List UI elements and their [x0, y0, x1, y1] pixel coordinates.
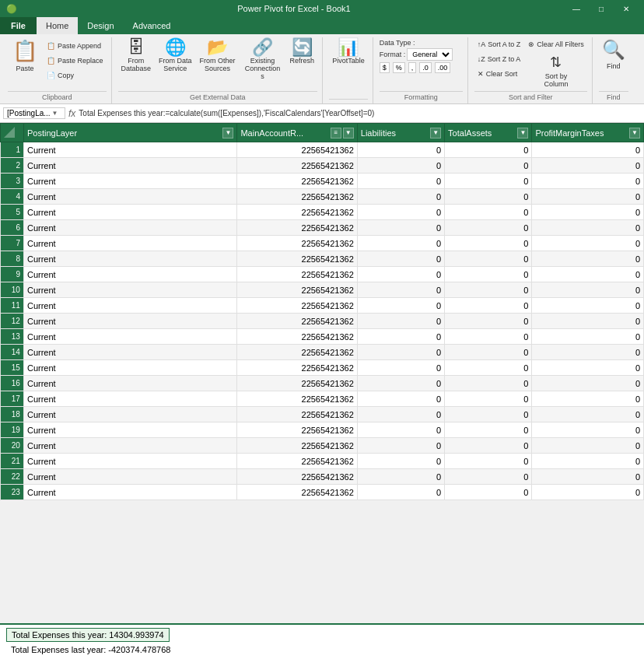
cell-profit-margin: 0 — [532, 360, 644, 376]
percent-button[interactable]: % — [393, 62, 405, 73]
sort-filter-group-label: Sort and Filter — [474, 91, 587, 102]
col-filter-main-account[interactable]: ▼ — [343, 128, 354, 138]
cell-total-assets: 0 — [445, 376, 532, 391]
format-buttons-row: $ % , .0 .00 — [380, 62, 451, 73]
col-filter-liabilities[interactable]: ▼ — [430, 128, 441, 138]
cell-total-assets: 0 — [445, 158, 532, 174]
table-row[interactable]: 19Current22565421362000 — [1, 422, 644, 438]
currency-button[interactable]: $ — [380, 62, 390, 73]
menu-tab-design[interactable]: Design — [78, 17, 123, 34]
cell-main-account: 22565421362 — [237, 438, 357, 454]
cell-total-assets: 0 — [445, 407, 532, 422]
paste-label: Paste — [16, 65, 33, 72]
menu-file[interactable]: File — [0, 17, 37, 34]
col-filter-posting-layer[interactable]: ▼ — [222, 128, 233, 138]
sort-by-column-label: Sort byColumn — [544, 72, 568, 88]
sort-by-column-button[interactable]: ⇅ Sort byColumn — [542, 52, 569, 89]
clear-sort-button[interactable]: ✕ Clear Sort — [474, 67, 524, 81]
menu-tab-advanced[interactable]: Advanced — [124, 17, 180, 34]
decimal-increase-button[interactable]: .0 — [419, 62, 432, 73]
table-row[interactable]: 11Current22565421362000 — [1, 298, 644, 314]
cell-profit-margin: 0 — [532, 345, 644, 360]
table-row[interactable]: 2Current22565421362000 — [1, 158, 644, 174]
table-row[interactable]: 20Current22565421362000 — [1, 438, 644, 454]
table-row[interactable]: 12Current22565421362000 — [1, 314, 644, 329]
col-header-total-assets[interactable]: TotalAssets ▼ — [445, 124, 532, 142]
name-box[interactable]: [PostingLa... ▼ — [3, 107, 65, 119]
close-button[interactable]: ✕ — [614, 0, 638, 17]
table-row[interactable]: 14Current22565421362000 — [1, 345, 644, 360]
table-row[interactable]: 10Current22565421362000 — [1, 282, 644, 298]
table-row[interactable]: 18Current22565421362000 — [1, 407, 644, 422]
col-filter-profit-margin[interactable]: ▼ — [629, 128, 640, 138]
cell-main-account: 22565421362 — [237, 251, 357, 267]
decimal-decrease-button[interactable]: .00 — [435, 62, 451, 73]
pivot-table-button[interactable]: 📊 PivotTable — [329, 37, 368, 84]
table-row[interactable]: 23Current22565421362000 — [1, 485, 644, 500]
col-header-posting-layer[interactable]: PostingLayer ▼ — [23, 124, 237, 142]
col-header-profit-margin[interactable]: ProfitMarginTaxes ▼ — [532, 124, 644, 142]
thousands-button[interactable]: , — [408, 62, 417, 73]
clear-all-filters-button[interactable]: ⊗ Clear All Filters — [525, 37, 587, 51]
table-row[interactable]: 16Current22565421362000 — [1, 376, 644, 391]
table-row[interactable]: 4Current22565421362000 — [1, 189, 644, 205]
row-number: 20 — [1, 438, 24, 454]
cell-liabilities: 0 — [357, 438, 444, 454]
cell-posting-layer: Current — [23, 236, 237, 251]
table-row[interactable]: 17Current22565421362000 — [1, 391, 644, 407]
paste-replace-button[interactable]: 📋 Paste Replace — [44, 54, 107, 68]
cell-liabilities: 0 — [357, 236, 444, 251]
paste-button[interactable]: 📋 Paste — [8, 37, 42, 84]
table-row[interactable]: 3Current22565421362000 — [1, 174, 644, 189]
window-title: Power Pivot for Excel - Book1 — [23, 4, 565, 13]
table-row[interactable]: 1Current22565421362000 — [1, 142, 644, 158]
col-sort-main-account[interactable]: ≡ — [331, 128, 341, 138]
sort-z-a-button[interactable]: ↓Z Sort Z to A — [474, 52, 524, 66]
format-select[interactable]: General — [407, 48, 453, 61]
paste-append-button[interactable]: 📋 Paste Append — [44, 39, 107, 53]
col-filter-total-assets[interactable]: ▼ — [517, 128, 528, 138]
from-data-service-button[interactable]: 🌐 From DataService — [156, 37, 195, 84]
cell-posting-layer: Current — [23, 282, 237, 298]
table-row[interactable]: 9Current22565421362000 — [1, 267, 644, 282]
cell-main-account: 22565421362 — [237, 376, 357, 391]
col-header-liabilities[interactable]: Liabilities ▼ — [357, 124, 444, 142]
cell-posting-layer: Current — [23, 298, 237, 314]
cell-profit-margin: 0 — [532, 329, 644, 345]
copy-button[interactable]: 📄 Copy — [44, 68, 107, 82]
menu-tab-home[interactable]: Home — [37, 17, 78, 34]
col-header-main-account[interactable]: MainAccountR... ≡ ▼ — [237, 124, 357, 142]
cell-main-account: 22565421362 — [237, 142, 357, 158]
sort-a-z-button[interactable]: ↑A Sort A to Z — [474, 37, 524, 51]
table-row[interactable]: 13Current22565421362000 — [1, 329, 644, 345]
from-database-button[interactable]: 🗄 FromDatabase — [118, 37, 155, 84]
minimize-button[interactable]: — — [565, 0, 588, 17]
table-row[interactable]: 6Current22565421362000 — [1, 220, 644, 236]
cell-posting-layer: Current — [23, 391, 237, 407]
maximize-button[interactable]: □ — [590, 0, 613, 17]
cell-total-assets: 0 — [445, 189, 532, 205]
formula-input[interactable] — [79, 109, 641, 117]
cell-main-account: 22565421362 — [237, 298, 357, 314]
cell-total-assets: 0 — [445, 251, 532, 267]
table-row[interactable]: 5Current22565421362000 — [1, 205, 644, 220]
table-row[interactable]: 22Current22565421362000 — [1, 469, 644, 485]
pivottable-group-label — [329, 99, 368, 102]
refresh-button[interactable]: 🔄 Refresh — [287, 37, 318, 84]
from-other-sources-button[interactable]: 📂 From OtherSources — [197, 37, 239, 84]
cell-posting-layer: Current — [23, 205, 237, 220]
table-row[interactable]: 8Current22565421362000 — [1, 251, 644, 267]
pivot-table-label: PivotTable — [332, 58, 365, 65]
ribbon-group-external-data: 🗄 FromDatabase 🌐 From DataService 📂 From… — [114, 37, 324, 103]
table-row[interactable]: 7Current22565421362000 — [1, 236, 644, 251]
find-button[interactable]: 🔍 Find — [599, 37, 628, 84]
table-row[interactable]: 21Current22565421362000 — [1, 454, 644, 469]
cell-main-account: 22565421362 — [237, 205, 357, 220]
cell-liabilities: 0 — [357, 174, 444, 189]
cell-liabilities: 0 — [357, 391, 444, 407]
data-grid-container[interactable]: PostingLayer ▼ MainAccountR... ≡ ▼ — [0, 123, 644, 623]
existing-connections-button[interactable]: 🔗 ExistingConnections — [240, 37, 285, 84]
table-row[interactable]: 15Current22565421362000 — [1, 360, 644, 376]
window-controls[interactable]: — □ ✕ — [565, 0, 638, 17]
clear-all-filters-label: Clear All Filters — [537, 40, 584, 48]
